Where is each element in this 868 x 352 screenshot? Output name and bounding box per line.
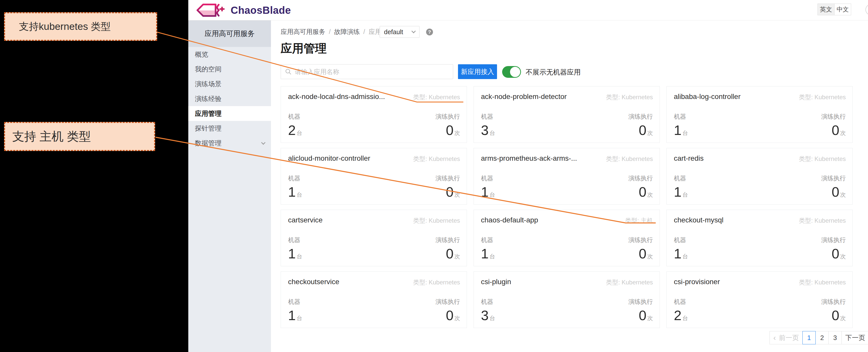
sidebar-item-3[interactable]: 演练经验 <box>188 91 271 106</box>
sidebar-item-0[interactable]: 概览 <box>188 47 271 62</box>
machine-label: 机器 <box>481 174 495 182</box>
machine-label: 机器 <box>674 298 688 306</box>
annotation-callout-kubernetes: 支持kubernetes 类型 <box>4 12 157 41</box>
card-stats: 机器1 台演练执行0 次 <box>288 298 460 323</box>
search-icon <box>285 68 291 75</box>
app-card[interactable]: alibaba-log-controller类型: Kubernetes机器1 … <box>666 86 853 143</box>
machine-count: 1 <box>481 184 488 199</box>
app-card[interactable]: csi-plugin类型: Kubernetes机器3 台演练执行0 次 <box>473 271 660 328</box>
app-card[interactable]: checkout-mysql类型: Kubernetes机器1 台演练执行0 次 <box>666 210 853 266</box>
toggle-knob <box>509 66 521 77</box>
machine-count: 2 <box>674 308 681 323</box>
app-name: cart-redis <box>674 154 704 162</box>
app-type-badge: 类型: Kubernetes <box>606 93 653 101</box>
breadcrumb-item[interactable]: 故障演练 <box>334 28 360 36</box>
sidebar-item-4[interactable]: 应用管理 <box>188 106 271 121</box>
drill-count: 0 <box>446 308 454 323</box>
machine-stat: 机器1 台 <box>288 236 302 261</box>
workspace-select[interactable]: default <box>380 26 420 38</box>
app-card[interactable]: cartservice类型: Kubernetes机器1 台演练执行0 次 <box>281 210 467 266</box>
app-card[interactable]: checkoutservice类型: Kubernetes机器1 台演练执行0 … <box>281 271 467 328</box>
machine-count: 1 <box>674 184 681 199</box>
drill-unit: 次 <box>647 192 653 198</box>
machine-count: 1 <box>288 184 296 199</box>
drill-label: 演练执行 <box>821 174 846 182</box>
language-switcher: 英文 中文 <box>817 4 851 15</box>
app-card[interactable]: chaos-default-app类型: 主机机器1 台演练执行0 次 <box>473 210 660 266</box>
card-stats: 机器1 台演练执行0 次 <box>481 236 653 261</box>
app-type-badge: 类型: Kubernetes <box>413 155 460 163</box>
chevron-down-icon <box>261 140 266 145</box>
chevron-left-icon: ‹ <box>773 334 776 342</box>
app-name: ack-node-local-dns-admissio... <box>288 93 385 101</box>
machine-stat: 机器2 台 <box>288 113 302 138</box>
sidebar-item-6[interactable]: 数据管理 <box>188 136 271 151</box>
drill-unit: 次 <box>455 192 460 198</box>
app-type-badge: 类型: Kubernetes <box>799 278 846 286</box>
pagination-page-1[interactable]: 1 <box>802 331 816 344</box>
machine-unit: 台 <box>683 192 688 198</box>
machine-unit: 台 <box>683 315 688 321</box>
drill-unit: 次 <box>840 253 846 260</box>
breadcrumb-separator: / <box>329 28 331 35</box>
app-card[interactable]: arms-prometheus-ack-arms-...类型: Kubernet… <box>473 148 660 204</box>
drill-label: 演练执行 <box>436 236 460 244</box>
machine-stat: 机器1 台 <box>674 174 688 200</box>
brand-logo[interactable]: ChaosBlade <box>196 2 291 19</box>
sidebar-item-5[interactable]: 探针管理 <box>188 121 271 136</box>
lang-english-button[interactable]: 英文 <box>817 4 834 15</box>
app-name: csi-provisioner <box>674 278 720 286</box>
sidebar-menu: 概览我的空间演练场景演练经验应用管理探针管理数据管理 <box>188 47 271 151</box>
app-type-badge: 类型: Kubernetes <box>413 278 460 286</box>
machine-unit: 台 <box>297 315 302 321</box>
drill-label: 演练执行 <box>821 298 846 306</box>
breadcrumb: 应用高可用服务 / 故障演练 / 应用管理 <box>281 26 394 38</box>
machine-unit: 台 <box>490 192 495 198</box>
app-card[interactable]: ack-node-local-dns-admissio...类型: Kubern… <box>281 86 467 143</box>
app-type-badge: 类型: 主机 <box>625 217 653 225</box>
breadcrumb-separator: / <box>363 28 365 35</box>
new-app-button[interactable]: 新应用接入 <box>458 64 497 79</box>
drill-stat: 演练执行0 次 <box>436 174 460 200</box>
breadcrumb-item[interactable]: 应用高可用服务 <box>281 28 325 36</box>
machine-count: 3 <box>481 308 488 323</box>
app-type-badge: 类型: Kubernetes <box>606 155 653 163</box>
pagination-page-3[interactable]: 3 <box>829 331 842 344</box>
drill-label: 演练执行 <box>628 236 653 244</box>
help-icon[interactable]: ? <box>426 29 433 35</box>
drill-stat: 演练执行0 次 <box>628 113 653 138</box>
drill-unit: 次 <box>840 130 846 136</box>
machine-stat: 机器1 台 <box>674 113 688 138</box>
machine-unit: 台 <box>683 130 688 136</box>
card-stats: 机器2 台演练执行0 次 <box>674 298 846 323</box>
machine-label: 机器 <box>288 298 302 306</box>
drill-unit: 次 <box>455 253 460 260</box>
app-type-badge: 类型: Kubernetes <box>799 217 846 225</box>
drill-label: 演练执行 <box>436 174 460 182</box>
lang-chinese-button[interactable]: 中文 <box>834 4 851 15</box>
app-type-badge: 类型: Kubernetes <box>413 93 460 101</box>
sidebar: 应用高可用服务 概览我的空间演练场景演练经验应用管理探针管理数据管理 <box>188 21 271 352</box>
drill-count: 0 <box>639 308 646 323</box>
search-input[interactable] <box>295 68 449 75</box>
pagination-next[interactable]: 下一页 <box>841 331 868 344</box>
app-card[interactable]: csi-provisioner类型: Kubernetes机器2 台演练执行0 … <box>666 271 853 328</box>
drill-count: 0 <box>832 246 839 261</box>
app-card-grid: ack-node-local-dns-admissio...类型: Kubern… <box>281 86 853 328</box>
pagination-prev[interactable]: ‹前一页 <box>770 331 803 344</box>
sidebar-item-1[interactable]: 我的空间 <box>188 62 271 76</box>
hide-empty-toggle[interactable] <box>502 66 521 78</box>
drill-stat: 演练执行0 次 <box>821 298 846 323</box>
sidebar-item-2[interactable]: 演练场景 <box>188 76 271 91</box>
drill-count: 0 <box>639 184 646 199</box>
app-card[interactable]: ack-node-problem-detector类型: Kubernetes机… <box>473 86 660 143</box>
app-card[interactable]: cart-redis类型: Kubernetes机器1 台演练执行0 次 <box>666 148 853 204</box>
card-stats: 机器2 台演练执行0 次 <box>288 113 460 138</box>
drill-stat: 演练执行0 次 <box>436 113 460 138</box>
app-type-badge: 类型: Kubernetes <box>606 278 653 286</box>
pagination-prev-label: 前一页 <box>779 333 799 342</box>
app-card[interactable]: alicloud-monitor-controller类型: Kubernete… <box>281 148 467 204</box>
drill-count: 0 <box>832 184 839 199</box>
pagination-page-2[interactable]: 2 <box>815 331 829 344</box>
drill-label: 演练执行 <box>821 236 846 244</box>
